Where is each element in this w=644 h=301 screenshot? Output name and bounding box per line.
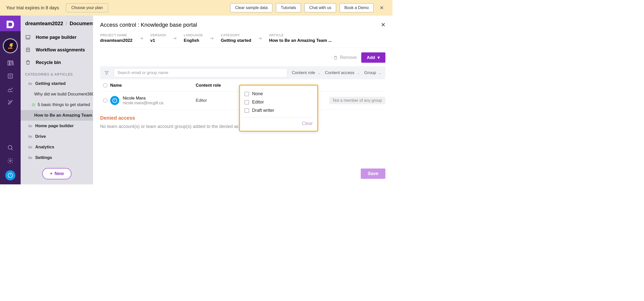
checkbox-icon[interactable] — [245, 108, 249, 113]
sidebar-label: Workflow assignments — [36, 47, 85, 53]
crumb-value: How to Be an Amazing Team ... — [269, 38, 332, 43]
popover-clear[interactable]: Clear — [245, 119, 313, 129]
crumb-value: v1 — [150, 38, 166, 43]
tutorials-button[interactable]: Tutorials — [276, 3, 301, 12]
tree-drive[interactable]: Drive — [21, 131, 93, 142]
remove-button[interactable]: Remove — [333, 55, 357, 60]
popover-separator — [245, 117, 313, 117]
add-label: Add — [367, 55, 375, 60]
new-button[interactable]: + New — [42, 168, 71, 179]
filter-icon[interactable] — [104, 70, 109, 75]
trash-icon — [25, 60, 31, 65]
crumb-version: VERSION v1 — [150, 33, 166, 43]
crumb-category: CATEGORY Getting started — [221, 33, 251, 43]
chevron-down-icon: ▾ — [378, 55, 380, 60]
project-avatar[interactable] — [3, 38, 18, 53]
tree-settings[interactable]: Settings — [21, 152, 93, 163]
panel-title: Access control : Knowledge base portal — [100, 22, 197, 28]
tree-why[interactable]: Why did we build Document360 — [21, 89, 93, 99]
search-input[interactable] — [114, 68, 287, 77]
remove-label: Remove — [340, 55, 357, 60]
add-button[interactable]: Add ▾ — [361, 52, 385, 63]
tree-label: Analytics — [35, 145, 54, 150]
row-group-chip: Not a member of any group — [329, 97, 385, 104]
analytics-icon[interactable] — [7, 86, 14, 93]
content-role-popover: None Editor Draft writer Clear — [239, 85, 318, 132]
crumb-project: PROJECT NAME dreamteam2022 — [100, 33, 133, 43]
tree-label: Settings — [35, 155, 52, 160]
svg-rect-9 — [26, 36, 30, 38]
sidebar-home-page-builder[interactable]: Home page builder — [21, 31, 93, 44]
checkbox-icon[interactable] — [245, 92, 249, 96]
sidebar-recycle[interactable]: Recycle bin — [21, 56, 93, 69]
breadcrumb-row: PROJECT NAME dreamteam2022 ➔ VERSION v1 … — [93, 33, 392, 48]
row-email: nicole.mara@mcgill.ca — [123, 101, 163, 105]
docs-icon[interactable] — [7, 59, 14, 66]
sidebar: dreamteam2022 / Documentation Home page … — [21, 16, 93, 184]
option-label: None — [252, 91, 263, 96]
tree-hpb[interactable]: Home page builder — [21, 121, 93, 131]
folder-icon — [28, 134, 33, 139]
clear-sample-button[interactable]: Clear sample data — [230, 3, 272, 12]
user-avatar-icon — [110, 96, 119, 105]
crumb-label: PROJECT NAME — [100, 33, 133, 37]
arrow-icon: ➔ — [258, 36, 262, 41]
plus-icon: + — [50, 171, 53, 176]
search-icon[interactable] — [7, 144, 14, 151]
group-filter[interactable]: Group⌄ — [364, 70, 381, 75]
chevron-down-icon: ⌄ — [318, 71, 320, 75]
panel-close-icon[interactable]: ✕ — [381, 22, 385, 28]
option-label: Editor — [252, 99, 264, 105]
crumb-value: English — [184, 38, 203, 43]
icon-rail — [0, 16, 21, 184]
workflow-icon — [25, 47, 31, 53]
tree-analytics[interactable]: Analytics — [21, 142, 93, 152]
crumb-value: dreamteam2022 — [100, 38, 133, 43]
tree-how-active[interactable]: How to Be an Amazing Team Player — [21, 110, 93, 121]
col-name: Name — [110, 83, 196, 88]
chevron-down-icon: ⌄ — [357, 71, 360, 75]
crumb-label: LANGUAGE — [184, 33, 203, 37]
tools-icon[interactable] — [7, 99, 14, 106]
sidebar-workflow[interactable]: Workflow assignments — [21, 44, 93, 56]
crumb-value: Getting started — [221, 38, 251, 43]
crumb-project[interactable]: dreamteam2022 — [25, 21, 63, 26]
content-access-filter[interactable]: Content access⌄ — [325, 70, 360, 75]
save-button[interactable]: Save — [361, 169, 385, 179]
tree-getting-started[interactable]: Getting started — [21, 78, 93, 89]
popover-option-draft[interactable]: Draft writer — [245, 106, 313, 115]
trial-banner: Your trial expires in 8 days Choose your… — [0, 0, 392, 16]
content-role-filter[interactable]: Content role⌄ — [292, 70, 320, 75]
app-logo-icon[interactable] — [5, 19, 16, 30]
chat-button[interactable]: Chat with us — [304, 3, 336, 12]
tree-label: 5 basic things to get started — [38, 102, 90, 107]
folder-icon — [28, 81, 33, 86]
chevron-down-icon: ⌄ — [379, 71, 381, 75]
popover-option-editor[interactable]: Editor — [245, 98, 313, 106]
filter-bar: Content role⌄ Content access⌄ Group⌄ — [100, 66, 385, 79]
checkbox-icon[interactable] — [245, 100, 249, 105]
arrow-icon: ➔ — [140, 36, 143, 41]
tree-five[interactable]: 5 basic things to get started — [21, 99, 93, 110]
svg-point-6 — [10, 160, 11, 162]
choose-plan-button[interactable]: Choose your plan — [66, 3, 108, 12]
row-radio[interactable] — [103, 98, 107, 103]
folder-icon — [28, 145, 33, 150]
trial-text: Your trial expires in 8 days — [6, 5, 59, 11]
settings-icon[interactable] — [7, 157, 14, 164]
user-avatar-icon[interactable] — [5, 170, 15, 180]
popover-option-none[interactable]: None — [245, 90, 313, 98]
svg-rect-0 — [8, 74, 12, 78]
book-demo-button[interactable]: Book a Demo — [340, 3, 374, 12]
svg-rect-11 — [26, 48, 30, 52]
forms-icon[interactable] — [7, 73, 14, 80]
tree-label: Getting started — [35, 81, 66, 86]
option-label: Draft writer — [252, 108, 274, 113]
crumb-article: ARTICLE How to Be an Amazing Team ... — [269, 33, 332, 43]
select-all-radio[interactable] — [103, 83, 107, 88]
crumb-section[interactable]: Documentation — [70, 21, 93, 26]
row-name: Nicole Mara — [123, 96, 163, 101]
sidebar-breadcrumb: dreamteam2022 / Documentation — [21, 18, 93, 31]
crumb-label: ARTICLE — [269, 33, 332, 37]
banner-close-icon[interactable]: ✕ — [377, 5, 386, 11]
